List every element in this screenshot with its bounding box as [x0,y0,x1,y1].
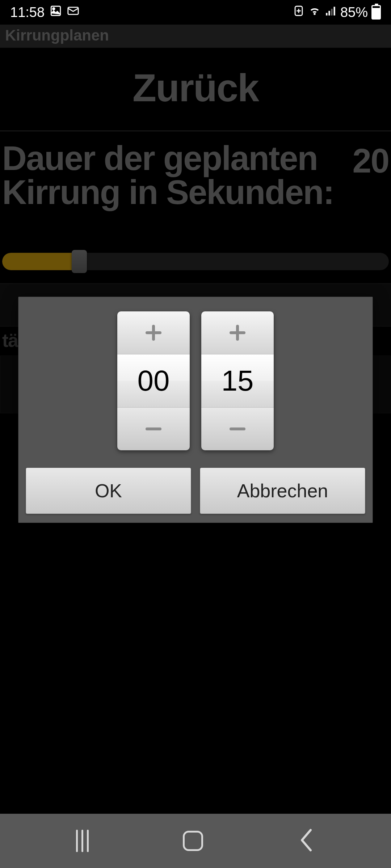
nav-home-button[interactable] [183,831,203,851]
status-bar: 11:58 85% [0,0,391,25]
signal-icon [324,5,337,20]
hour-value[interactable]: 00 [117,354,190,408]
gallery-icon [50,5,62,20]
ok-button[interactable]: OK [26,468,191,514]
wifi-icon [308,5,321,20]
plus-icon [145,324,162,341]
duration-value: 20 [352,141,389,180]
minus-icon [145,420,162,438]
svg-rect-6 [331,9,332,15]
cancel-button[interactable]: Abbrechen [200,468,365,514]
nav-back-button[interactable] [298,827,315,855]
duration-row: Dauer der geplanten Kirrung in Sekunden:… [0,131,391,209]
hour-increment-button[interactable] [117,311,190,354]
status-left: 11:58 [10,5,79,20]
minute-stepper: 15 [201,311,274,450]
nav-recent-button[interactable] [76,830,89,852]
minus-icon [229,420,246,438]
slider-track [2,253,389,270]
battery-percent: 85% [340,5,368,20]
stepper-row: 00 15 [26,309,365,450]
hour-stepper: 00 [117,311,190,450]
svg-rect-7 [333,7,335,15]
duration-slider[interactable] [0,253,391,270]
status-right: 85% [293,5,381,20]
slider-thumb[interactable] [72,250,87,273]
battery-icon [371,5,381,20]
mail-icon [67,5,79,20]
data-saver-icon [293,5,305,20]
minute-decrement-button[interactable] [201,408,274,450]
back-header[interactable]: Zurück [0,48,391,131]
system-nav-bar [0,814,391,868]
slider-fill [2,253,80,270]
minute-increment-button[interactable] [201,311,274,354]
svg-rect-5 [328,11,330,16]
hour-decrement-button[interactable] [117,408,190,450]
app-title-bar: Kirrungplanen [0,25,391,48]
minute-value[interactable]: 15 [201,354,274,408]
time-picker-dialog: 00 15 OK Abbrechen [18,297,373,523]
svg-rect-4 [326,13,327,15]
plus-icon [229,324,246,341]
status-time: 11:58 [10,5,45,20]
svg-point-1 [53,8,55,10]
dialog-button-row: OK Abbrechen [26,468,365,514]
duration-label: Dauer der geplanten Kirrung in Sekunden: [2,141,352,209]
